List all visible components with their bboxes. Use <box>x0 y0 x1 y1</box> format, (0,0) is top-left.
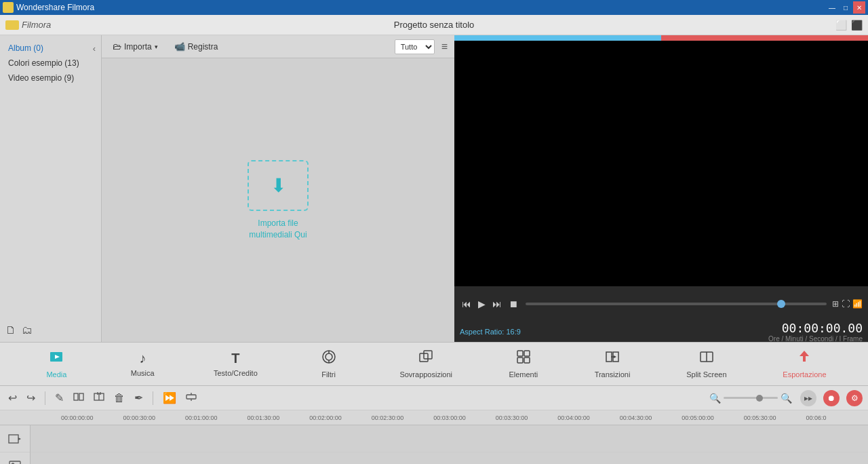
ruler-mark-5: 00:02:30:00 <box>372 414 434 421</box>
tool-sovrapposizioni[interactable]: Sovrapposizioni <box>394 347 458 381</box>
overlay-icon <box>418 349 433 368</box>
logo-icon <box>5 20 19 30</box>
splitscreen-label: Split Screen <box>686 370 726 379</box>
go-start-button[interactable]: ⏮ <box>460 297 473 311</box>
main-area: Album (0) ‹ Colori esempio (13) Video es… <box>0 35 868 342</box>
timeline-area: ↩ ↪ ✎ 🗑 ✒ ⏩ 🔍 🔍 ▸▸ ⏺ ⚙ 00:00 <box>0 386 868 464</box>
svg-marker-26 <box>18 438 21 440</box>
preview-panel: ⏮ ▶ ⏭ ⏹ ⊞ ⛶ 📶 Aspect Ratio: 16:9 00:00:0… <box>454 35 868 342</box>
list-view-button[interactable]: ≡ <box>440 39 449 54</box>
speed-button[interactable]: ⏩ <box>160 390 179 406</box>
download-icon: ⬇ <box>271 174 286 197</box>
zoom-slider[interactable] <box>724 397 778 399</box>
text-icon: T <box>231 351 239 366</box>
tool-testo[interactable]: T Testo/Credito <box>208 348 263 380</box>
folder-import-icon: 🗁 <box>113 41 121 52</box>
progress-bar[interactable] <box>526 303 827 305</box>
svg-point-3 <box>326 353 332 360</box>
svg-rect-16 <box>74 393 78 400</box>
preview-controls: ⏮ ▶ ⏭ ⏹ ⊞ ⛶ 📶 <box>454 286 868 322</box>
detach-button[interactable] <box>183 390 199 406</box>
ruler-mark-7: 00:03:30:00 <box>496 414 558 421</box>
music-icon: ♪ <box>139 351 146 366</box>
stop-button[interactable]: ⏹ <box>507 297 520 311</box>
elements-icon <box>516 349 531 368</box>
new-file-icon[interactable]: 🗋 <box>5 324 16 336</box>
left-panel-bottom: 🗋 🗂 <box>0 319 101 342</box>
transition-icon <box>605 349 620 368</box>
trim-button[interactable] <box>91 390 107 406</box>
maximize-button[interactable]: □ <box>840 1 852 14</box>
toolbar-divider-1 <box>45 391 45 405</box>
play-button[interactable]: ▶ <box>476 297 488 311</box>
folder-icon[interactable]: 🗂 <box>22 324 33 336</box>
timeline-toolbar: ↩ ↪ ✎ 🗑 ✒ ⏩ 🔍 🔍 ▸▸ ⏺ ⚙ <box>0 386 868 410</box>
color-picker-button[interactable]: ✒ <box>132 390 146 406</box>
fullscreen-preview-icon[interactable]: ⛶ <box>842 299 850 309</box>
track-content <box>31 425 868 464</box>
settings-timeline-button[interactable]: ⚙ <box>846 390 863 406</box>
import-chevron: ▾ <box>155 43 158 50</box>
svg-rect-17 <box>79 393 83 400</box>
import-text: Importa file multimediali Qui <box>249 218 307 241</box>
tool-filtri[interactable]: Filtri <box>309 347 349 381</box>
tool-esportazione[interactable]: Esportazione <box>777 347 831 381</box>
aspect-value: 16:9 <box>506 328 520 336</box>
image-track-icon <box>0 452 30 464</box>
ruler-mark-2: 00:01:00:00 <box>185 414 248 421</box>
top-right-icons: ⬜ ⬛ <box>835 20 863 31</box>
logo-text: Filmora <box>22 20 51 30</box>
media-content: ⬇ Importa file multimediali Qui <box>102 58 454 342</box>
svg-rect-25 <box>9 435 18 443</box>
delete-button[interactable]: 🗑 <box>111 391 127 406</box>
window-controls[interactable]: — □ ✕ <box>826 1 865 14</box>
split-view-icon[interactable]: ⊞ <box>832 299 839 309</box>
preview-video-area <box>454 41 868 286</box>
tool-music[interactable]: ♪ Musica <box>122 348 163 380</box>
minimize-button[interactable]: — <box>826 1 838 14</box>
sidebar-item-album[interactable]: Album (0) <box>0 41 101 56</box>
svg-rect-9 <box>524 351 530 356</box>
record-timeline-button[interactable]: ⏺ <box>823 390 840 406</box>
preview-right-icons: ⊞ ⛶ 📶 <box>832 299 863 309</box>
sidebar-item-video[interactable]: Video esempio (9) <box>0 71 101 85</box>
record-button[interactable]: 📹 Registra <box>169 39 224 54</box>
video-track <box>31 425 868 452</box>
bottom-toolbar: Media ♪ Musica T Testo/Credito Filtri So… <box>0 342 868 386</box>
svg-marker-13 <box>614 355 616 358</box>
go-end-button[interactable]: ⏭ <box>490 297 504 311</box>
media-panel: 🗁 Importa ▾ 📹 Registra Tutto Video Audio… <box>102 35 454 342</box>
media-toolbar: 🗁 Importa ▾ 📹 Registra Tutto Video Audio… <box>102 35 454 58</box>
tool-media[interactable]: Media <box>36 347 77 381</box>
sovrapposizioni-label: Sovrapposizioni <box>399 370 452 379</box>
filter-select[interactable]: Tutto Video Audio Foto <box>395 39 435 54</box>
preview-tab-blue[interactable] <box>454 35 661 41</box>
snap-button[interactable] <box>71 390 87 406</box>
fullscreen-icon[interactable]: ⬛ <box>851 20 863 31</box>
tool-elementi[interactable]: Elementi <box>503 347 544 381</box>
edit-button[interactable]: ✎ <box>52 390 66 406</box>
zoom-in-button[interactable]: 🔍 <box>781 393 792 404</box>
timecode-area: 00:00:00.00 Ore / Minuti / Secondi / I F… <box>768 321 863 343</box>
undo-button[interactable]: ↩ <box>5 390 20 406</box>
tool-transizioni[interactable]: Transizioni <box>589 347 636 381</box>
tool-splitscreen[interactable]: Split Screen <box>681 347 732 381</box>
ruler-mark-8: 00:04:00:00 <box>557 414 620 421</box>
close-button[interactable]: ✕ <box>853 1 865 14</box>
action-btn-1[interactable]: ▸▸ <box>800 390 816 406</box>
zoom-out-button[interactable]: 🔍 <box>709 393 721 404</box>
back-button[interactable]: ‹ <box>93 43 96 54</box>
import-drop-zone[interactable]: ⬇ <box>248 160 309 211</box>
preview-tab-red[interactable] <box>661 35 868 41</box>
filmora-logo: Filmora <box>5 20 51 30</box>
ruler-mark-9: 00:04:30:00 <box>620 414 682 421</box>
import-label: Importa <box>124 42 152 52</box>
sidebar-item-colori[interactable]: Colori esempio (13) <box>0 56 101 71</box>
timeline-tracks <box>0 425 868 464</box>
left-panel: Album (0) ‹ Colori esempio (13) Video es… <box>0 35 102 342</box>
ruler-mark-0: 00:00:00:00 <box>61 414 123 421</box>
settings-icon[interactable]: ⬜ <box>835 20 847 31</box>
import-button[interactable]: 🗁 Importa ▾ <box>107 39 163 54</box>
volume-icon[interactable]: 📶 <box>852 299 863 309</box>
redo-button[interactable]: ↪ <box>24 390 38 406</box>
